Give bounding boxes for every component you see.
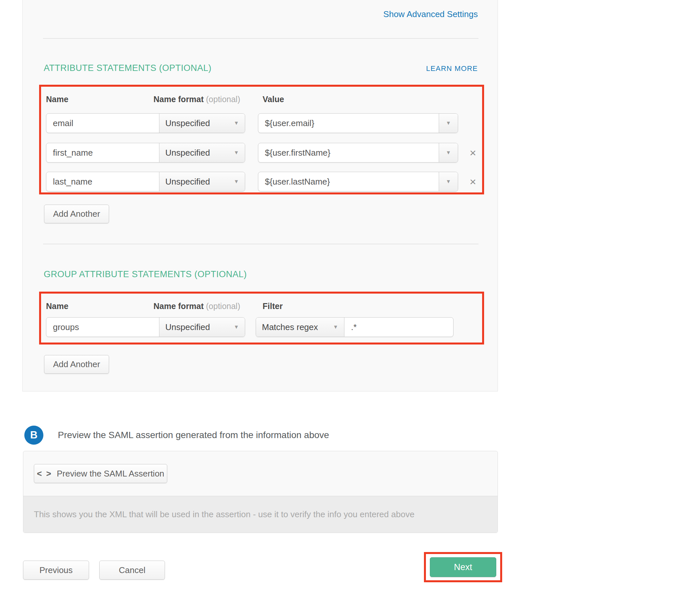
chevron-down-icon: ▼ xyxy=(446,150,451,155)
filter-type-select[interactable]: Matches regex ▼ xyxy=(256,317,344,337)
saml-settings-panel: Show Advanced Settings ATTRIBUTE STATEME… xyxy=(22,0,498,391)
preview-note-text: This shows you the XML that will be used… xyxy=(34,509,415,520)
attribute-name-input[interactable] xyxy=(46,172,159,191)
attribute-value-input[interactable] xyxy=(258,172,439,191)
filter-type-value: Matches regex xyxy=(262,322,318,332)
remove-row-button[interactable]: × xyxy=(466,172,480,191)
add-another-attribute-button[interactable]: Add Another xyxy=(44,205,109,223)
attribute-value-field: ▼ xyxy=(258,113,458,133)
next-button-highlight-box: Next xyxy=(424,552,502,582)
column-header-name-format: Name format (optional) xyxy=(153,95,240,104)
cancel-button[interactable]: Cancel xyxy=(99,561,165,580)
name-format-value: Unspecified xyxy=(165,322,210,332)
chevron-down-icon: ▼ xyxy=(446,179,451,184)
group-attribute-statements-title: GROUP ATTRIBUTE STATEMENTS (OPTIONAL) xyxy=(44,269,247,280)
group-attribute-highlight-box: Name Name format (optional) Filter Unspe… xyxy=(39,292,484,344)
attribute-value-field: ▼ xyxy=(258,172,458,191)
attribute-row: Unspecified ▼ xyxy=(46,113,245,133)
remove-row-button[interactable]: × xyxy=(466,143,480,162)
name-format-select[interactable]: Unspecified ▼ xyxy=(159,317,245,337)
column-header-name: Name xyxy=(46,95,68,104)
show-advanced-settings-link[interactable]: Show Advanced Settings xyxy=(383,9,478,19)
step-b-header: B Preview the SAML assertion generated f… xyxy=(24,425,329,445)
attribute-value-input[interactable] xyxy=(258,143,439,162)
name-format-value: Unspecified xyxy=(165,148,210,158)
code-icon: < > xyxy=(37,469,52,479)
attribute-value-field: ▼ xyxy=(258,143,458,162)
attribute-name-input[interactable] xyxy=(46,114,159,133)
group-filter-field: Matches regex ▼ xyxy=(256,317,453,337)
attribute-statements-highlight-box: Name Name format (optional) Value Unspec… xyxy=(39,85,484,194)
preview-button-label: Preview the SAML Assertion xyxy=(57,469,164,479)
attribute-statements-title: ATTRIBUTE STATEMENTS (OPTIONAL) xyxy=(44,63,211,73)
chevron-down-icon: ▼ xyxy=(234,179,239,184)
chevron-down-icon: ▼ xyxy=(333,324,338,330)
name-format-select[interactable]: Unspecified ▼ xyxy=(159,172,245,191)
preview-saml-assertion-button[interactable]: < > Preview the SAML Assertion xyxy=(34,464,167,483)
name-format-value: Unspecified xyxy=(165,177,210,187)
preview-note-strip: This shows you the XML that will be used… xyxy=(23,496,498,533)
preview-assertion-panel: < > Preview the SAML Assertion This show… xyxy=(23,451,498,533)
section-divider xyxy=(43,38,478,39)
group-attribute-row: Unspecified ▼ xyxy=(46,317,245,337)
filter-value-input[interactable] xyxy=(344,317,453,337)
attribute-row: Unspecified ▼ xyxy=(46,172,245,191)
next-button[interactable]: Next xyxy=(430,557,496,577)
value-dropdown-button[interactable]: ▼ xyxy=(439,143,458,162)
name-format-select[interactable]: Unspecified ▼ xyxy=(159,114,245,133)
group-name-input[interactable] xyxy=(46,317,159,337)
add-another-group-attribute-button[interactable]: Add Another xyxy=(44,355,109,374)
chevron-down-icon: ▼ xyxy=(234,121,239,126)
chevron-down-icon: ▼ xyxy=(234,324,239,330)
attribute-value-input[interactable] xyxy=(258,114,439,133)
name-format-select[interactable]: Unspecified ▼ xyxy=(159,143,245,162)
attribute-name-input[interactable] xyxy=(46,143,159,162)
value-dropdown-button[interactable]: ▼ xyxy=(439,114,458,133)
step-b-label: Preview the SAML assertion generated fro… xyxy=(58,430,329,440)
attribute-row: Unspecified ▼ xyxy=(46,143,245,162)
previous-button[interactable]: Previous xyxy=(23,561,89,580)
chevron-down-icon: ▼ xyxy=(446,121,451,126)
name-format-value: Unspecified xyxy=(165,118,210,128)
learn-more-link[interactable]: LEARN MORE xyxy=(426,64,478,73)
value-dropdown-button[interactable]: ▼ xyxy=(439,172,458,191)
section-divider xyxy=(43,244,478,244)
saml-settings-page: Show Advanced Settings ATTRIBUTE STATEME… xyxy=(0,0,700,599)
column-header-filter: Filter xyxy=(262,302,283,311)
column-header-value: Value xyxy=(262,95,284,104)
step-b-badge: B xyxy=(24,425,43,445)
column-header-name: Name xyxy=(46,302,68,311)
column-header-name-format: Name format (optional) xyxy=(153,302,240,311)
chevron-down-icon: ▼ xyxy=(234,150,239,155)
